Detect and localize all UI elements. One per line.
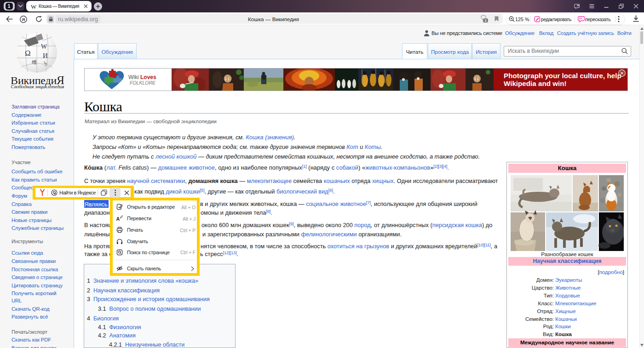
svg-text:维: 维: [32, 59, 37, 65]
svg-text:Ω: Ω: [25, 49, 31, 57]
svg-text:W: W: [41, 43, 47, 50]
svg-text:ל: ל: [44, 61, 47, 68]
svg-text:А: А: [116, 216, 120, 222]
svg-text:Я: Я: [22, 17, 25, 22]
svg-text:И: И: [43, 52, 48, 59]
